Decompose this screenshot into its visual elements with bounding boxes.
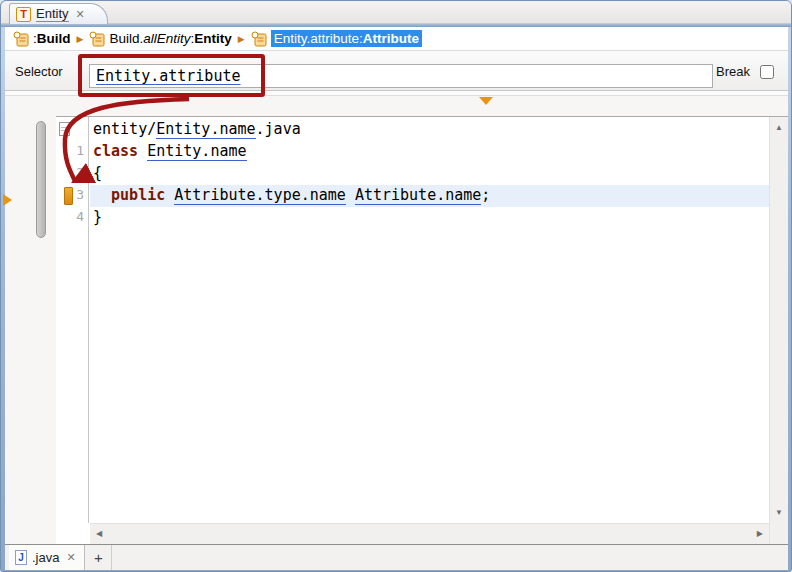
java-file-icon: J	[15, 550, 27, 565]
selector-row: Selector Break	[5, 50, 788, 91]
break-checkbox[interactable]	[760, 65, 774, 79]
gutter-line-3[interactable]: 3	[56, 185, 88, 207]
vertical-scrollbar[interactable]: ▲ ▼	[769, 117, 788, 544]
editor-tabbar: T Entity ✕	[1, 1, 792, 24]
gutter-file-row[interactable]	[56, 119, 88, 141]
code-line[interactable]: public Attribute.type.name Attribute.nam…	[90, 185, 769, 207]
breadcrumb-arrow-icon: ▶	[238, 34, 245, 44]
code-line[interactable]: {	[90, 163, 769, 185]
selector-input[interactable]	[89, 64, 713, 88]
code-editor: 1234 entity/Entity.name.javaclass Entity…	[56, 116, 788, 544]
scroll-down-icon[interactable]: ▼	[770, 508, 788, 517]
breadcrumb: :Build ▶ Build.allEntity:Entity ▶ Entity…	[5, 27, 788, 50]
file-icon	[59, 122, 70, 136]
breadcrumb-item-attribute-selected[interactable]: Entity.attribute:Attribute	[251, 30, 422, 47]
editor-gutter[interactable]: 1234	[56, 117, 89, 523]
line-number: 3	[76, 187, 84, 202]
line-number: 2	[76, 165, 84, 180]
close-icon[interactable]: ✕	[76, 8, 85, 21]
line-number: 4	[76, 209, 84, 224]
bottom-tabbar: J .java ✕ +	[5, 545, 788, 570]
breadcrumb-item-label: Build.allEntity:Entity	[109, 31, 231, 46]
selector-label: Selector	[15, 64, 63, 79]
breadcrumb-item-build[interactable]: :Build	[13, 31, 71, 47]
scroll-up-icon[interactable]: ▲	[770, 123, 788, 132]
add-tab-button[interactable]: +	[86, 545, 112, 570]
code-area[interactable]: entity/Entity.name.javaclass Entity.name…	[90, 117, 769, 523]
tab-entity-label: Entity	[36, 6, 69, 22]
tab-java[interactable]: J .java ✕	[9, 545, 85, 570]
template-file-icon: T	[16, 7, 31, 22]
code-line[interactable]: entity/Entity.name.java	[90, 119, 769, 141]
template-node-icon	[251, 31, 267, 47]
tab-entity[interactable]: T Entity ✕	[9, 3, 108, 24]
gutter-line-1[interactable]: 1	[56, 141, 88, 163]
scroll-right-icon[interactable]: ▶	[757, 529, 763, 538]
template-line-marker	[64, 187, 73, 205]
break-label: Break	[716, 64, 750, 79]
scroll-left-icon[interactable]: ◀	[96, 529, 102, 538]
code-line[interactable]: }	[90, 207, 769, 229]
gutter-line-4[interactable]: 4	[56, 207, 88, 229]
breadcrumb-arrow-icon: ▶	[77, 34, 84, 44]
current-line-arrow-icon	[3, 194, 12, 206]
template-node-icon	[89, 31, 105, 47]
template-editor-window: T Entity ✕ :Build ▶ Build.allEntity:Ent	[0, 0, 792, 572]
breadcrumb-item-allentity[interactable]: Build.allEntity:Entity	[89, 31, 231, 47]
breadcrumb-item-label-selected: Entity.attribute:Attribute	[271, 30, 422, 47]
code-line[interactable]: class Entity.name	[90, 141, 769, 163]
tab-java-label: .java	[32, 550, 59, 565]
overview-ruler	[36, 121, 46, 238]
horizontal-scrollbar[interactable]: ◀ ▶	[90, 523, 769, 544]
gutter-line-2[interactable]: 2	[56, 163, 88, 185]
line-number: 1	[76, 143, 84, 158]
collapse-handle-icon[interactable]	[479, 97, 493, 105]
template-node-icon	[13, 31, 29, 47]
close-icon[interactable]: ✕	[66, 551, 75, 564]
breadcrumb-item-label: :Build	[33, 31, 71, 46]
